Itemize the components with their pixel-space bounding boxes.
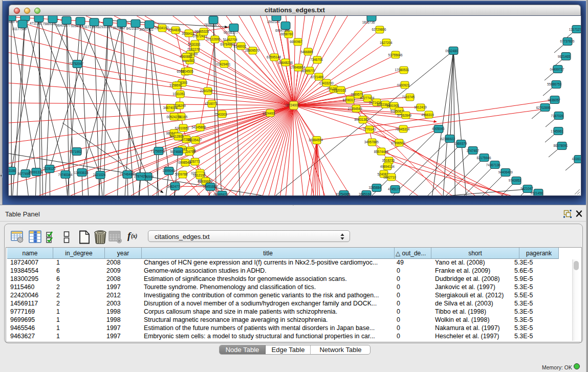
svg-text:04499727: 04499727 [550, 68, 564, 71]
svg-text:80831367: 80831367 [354, 118, 369, 121]
svg-text:2260256: 2260256 [200, 89, 213, 93]
svg-text:96965328: 96965328 [194, 30, 209, 33]
svg-text:3482477: 3482477 [167, 185, 180, 188]
svg-text:2787429: 2787429 [134, 174, 147, 178]
svg-text:10122691: 10122691 [206, 37, 221, 41]
svg-text:9413186: 9413186 [9, 169, 16, 172]
svg-text:87277434: 87277434 [360, 96, 375, 100]
svg-text:79740344: 79740344 [58, 173, 73, 177]
svg-text:25135427: 25135427 [187, 138, 202, 142]
svg-text:4745171: 4745171 [388, 187, 401, 191]
svg-text:4316117: 4316117 [572, 157, 581, 161]
svg-text:6690967: 6690967 [290, 40, 302, 43]
svg-text:3529042: 3529042 [113, 26, 125, 30]
svg-text:8721489: 8721489 [311, 75, 323, 79]
svg-text:7770143: 7770143 [363, 127, 376, 131]
svg-text:13433200: 13433200 [319, 81, 334, 85]
svg-text:0842710: 0842710 [383, 176, 396, 179]
svg-text:1491905: 1491905 [386, 104, 399, 107]
svg-text:81754965: 81754965 [336, 192, 351, 195]
svg-text:39502402: 39502402 [139, 28, 154, 31]
svg-text:5158506: 5158506 [71, 24, 84, 28]
svg-text:1671902: 1671902 [70, 150, 82, 154]
svg-text:34957885: 34957885 [364, 140, 379, 144]
svg-text:8148932: 8148932 [233, 45, 246, 48]
svg-text:01429401: 01429401 [216, 62, 231, 66]
svg-text:85574443: 85574443 [374, 150, 389, 154]
svg-text:8421020: 8421020 [126, 27, 139, 30]
svg-text:7346706: 7346706 [310, 58, 323, 61]
svg-text:1592124: 1592124 [267, 20, 280, 24]
svg-text:3685160: 3685160 [359, 192, 372, 195]
svg-text:65648236: 65648236 [278, 61, 293, 64]
svg-text:4005045: 4005045 [432, 127, 445, 130]
svg-text:80112805: 80112805 [170, 135, 184, 138]
svg-text:3158692: 3158692 [169, 83, 182, 87]
svg-text:4060883: 4060883 [180, 55, 192, 58]
svg-text:62729806: 62729806 [372, 28, 387, 31]
svg-text:13171274: 13171274 [569, 28, 581, 31]
svg-text:2764835: 2764835 [168, 28, 181, 32]
svg-text:6193990: 6193990 [198, 180, 210, 183]
svg-text:76320163: 76320163 [332, 89, 346, 92]
svg-text:0812191: 0812191 [193, 173, 206, 177]
svg-text:5009788: 5009788 [175, 172, 188, 176]
svg-text:19384554: 19384554 [309, 138, 323, 142]
svg-text:7193745: 7193745 [402, 95, 415, 99]
svg-text:76945314: 76945314 [395, 127, 410, 131]
svg-text:28809570: 28809570 [245, 49, 260, 52]
svg-text:74367136: 74367136 [486, 163, 501, 167]
svg-text:5466889: 5466889 [300, 50, 313, 54]
svg-text:3747407: 3747407 [466, 149, 479, 152]
svg-text:6998543: 6998543 [178, 161, 191, 164]
svg-text:6658760: 6658760 [280, 32, 293, 36]
svg-text:77752047: 77752047 [69, 62, 84, 65]
svg-text:7187026: 7187026 [551, 114, 563, 118]
svg-text:4966319: 4966319 [421, 113, 434, 117]
svg-text:9636057: 9636057 [548, 98, 560, 102]
svg-text:71746488: 71746488 [120, 172, 135, 176]
svg-text:69847896: 69847896 [275, 29, 290, 32]
svg-text:2328120: 2328120 [43, 167, 56, 170]
svg-text:99091334: 99091334 [29, 170, 43, 174]
svg-text:4711382: 4711382 [30, 21, 42, 25]
svg-text:00766177: 00766177 [224, 31, 238, 34]
svg-text:94406409: 94406409 [498, 170, 513, 174]
svg-text:54145868: 54145868 [191, 125, 206, 129]
svg-text:36995777: 36995777 [301, 69, 316, 73]
svg-text:61595148: 61595148 [267, 55, 281, 59]
svg-text:81177589: 81177589 [12, 27, 27, 31]
svg-text:17080531: 17080531 [395, 68, 409, 72]
svg-text:9912419: 9912419 [414, 105, 427, 109]
svg-text:3285884: 3285884 [369, 186, 382, 189]
svg-text:7543303: 7543303 [214, 113, 227, 116]
svg-text:7839084: 7839084 [204, 23, 217, 27]
svg-text:1745961: 1745961 [551, 129, 563, 133]
svg-text:9743953: 9743953 [509, 179, 521, 182]
svg-text:86578091: 86578091 [553, 144, 568, 147]
svg-text:8708317: 8708317 [342, 98, 355, 102]
svg-text:9521456: 9521456 [530, 191, 543, 195]
svg-text:49894134: 49894134 [380, 165, 395, 168]
svg-text:1836736: 1836736 [362, 20, 375, 24]
svg-text:3518233: 3518233 [382, 159, 395, 162]
svg-text:1031051: 1031051 [172, 92, 185, 96]
svg-text:1627204: 1627204 [380, 41, 393, 45]
svg-text:67737826: 67737826 [560, 39, 575, 43]
svg-text:0932480: 0932480 [445, 49, 458, 53]
svg-text:37996507: 37996507 [391, 141, 406, 145]
svg-text:62702895: 62702895 [536, 106, 551, 110]
svg-text:0330923: 0330923 [397, 83, 410, 87]
svg-text:75869261: 75869261 [42, 22, 57, 26]
svg-text:13493618: 13493618 [74, 171, 89, 174]
svg-text:34874016: 34874016 [163, 106, 178, 110]
svg-text:2421024: 2421024 [93, 173, 106, 177]
svg-text:9821465: 9821465 [558, 55, 571, 58]
svg-text:96405377: 96405377 [56, 24, 71, 27]
svg-text:62386922: 62386922 [441, 137, 455, 141]
svg-text:4216073: 4216073 [205, 102, 217, 105]
svg-text:71756551: 71756551 [151, 149, 166, 153]
svg-text:5674680: 5674680 [170, 150, 183, 154]
svg-text:53755646: 53755646 [388, 53, 403, 57]
svg-text:1399049: 1399049 [162, 169, 175, 172]
